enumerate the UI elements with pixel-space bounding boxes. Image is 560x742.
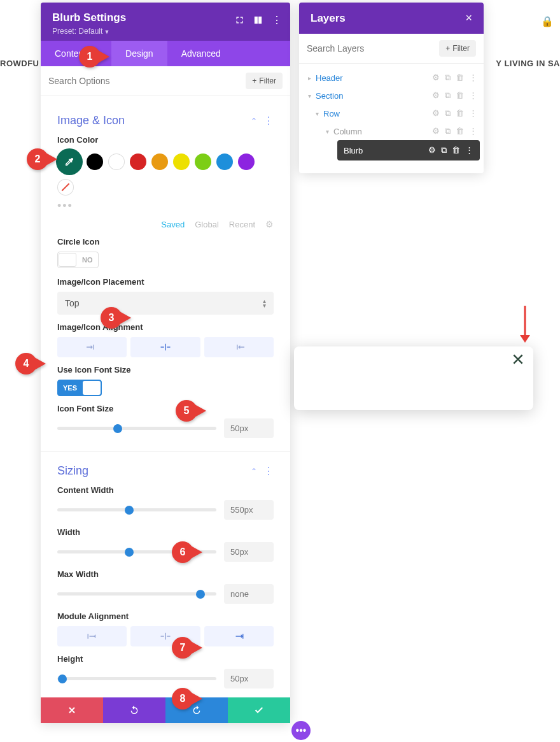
- gear-icon[interactable]: ⚙: [432, 126, 440, 136]
- module-align-left-button[interactable]: [57, 626, 127, 646]
- slider-track[interactable]: [57, 508, 216, 511]
- slider-thumb[interactable]: [125, 548, 134, 557]
- use-font-size-toggle[interactable]: YES: [57, 380, 102, 396]
- swatch-selected[interactable]: [57, 150, 81, 174]
- module-align-right-button[interactable]: [204, 626, 274, 646]
- expand-icon[interactable]: ▾: [305, 92, 313, 99]
- slider-thumb[interactable]: [125, 506, 134, 515]
- icon-font-size-value[interactable]: 50px: [224, 418, 274, 438]
- trash-icon[interactable]: 🗑: [456, 108, 464, 118]
- align-left-button[interactable]: [57, 337, 127, 357]
- slider-track[interactable]: [57, 677, 216, 680]
- swatch-none[interactable]: [57, 179, 74, 196]
- layer-name[interactable]: Section: [316, 91, 432, 101]
- gear-icon[interactable]: ⚙: [432, 108, 440, 118]
- slider-track[interactable]: [57, 427, 216, 430]
- callout-2: 2: [27, 148, 57, 170]
- palette-gear-icon[interactable]: ⚙: [265, 219, 274, 229]
- search-options-input[interactable]: [48, 76, 246, 86]
- more-swatches-icon[interactable]: •••: [57, 199, 274, 213]
- color-swatches: [57, 150, 274, 196]
- expand-icon[interactable]: [235, 15, 244, 25]
- expand-icon[interactable]: ▾: [323, 128, 331, 135]
- fab-button[interactable]: •••: [291, 721, 311, 740]
- trash-icon[interactable]: 🗑: [456, 126, 464, 136]
- swatch-red[interactable]: [130, 153, 146, 170]
- width-value[interactable]: 50px: [224, 542, 274, 562]
- slider-thumb[interactable]: [113, 424, 122, 433]
- more-icon[interactable]: ⋮: [469, 108, 477, 118]
- swatch-black[interactable]: [87, 153, 103, 170]
- gear-icon[interactable]: ⚙: [432, 73, 440, 83]
- circle-icon-toggle[interactable]: NO: [57, 252, 99, 268]
- circle-icon-label: Circle Icon: [57, 237, 274, 246]
- slider-thumb[interactable]: [58, 674, 67, 683]
- filter-button[interactable]: +Filter: [246, 73, 283, 89]
- align-right-button[interactable]: [204, 337, 274, 357]
- swatch-yellow[interactable]: [173, 153, 190, 170]
- duplicate-icon[interactable]: ⧉: [445, 126, 451, 136]
- layer-row-blurb[interactable]: Blurb ⚙⧉🗑⋮: [337, 140, 480, 161]
- tab-advanced[interactable]: Advanced: [167, 41, 235, 66]
- undo-icon: [129, 705, 139, 715]
- trash-icon[interactable]: 🗑: [456, 90, 464, 101]
- section-more-icon[interactable]: ⋮: [263, 466, 274, 476]
- palette-tab-recent[interactable]: Recent: [229, 220, 255, 229]
- palette-tab-saved[interactable]: Saved: [161, 220, 185, 229]
- swatch-blue[interactable]: [216, 153, 233, 170]
- layers-close-button[interactable]: ×: [465, 11, 472, 25]
- layer-name[interactable]: Row: [323, 109, 432, 118]
- section-more-icon[interactable]: ⋮: [263, 116, 274, 126]
- gear-icon[interactable]: ⚙: [432, 90, 440, 101]
- lock-icon: 🔒: [541, 15, 554, 27]
- align-center-button[interactable]: [130, 337, 200, 357]
- tab-design[interactable]: Design: [111, 41, 167, 66]
- max-width-value[interactable]: none: [224, 584, 274, 604]
- duplicate-icon[interactable]: ⧉: [445, 73, 451, 83]
- palette-tab-global[interactable]: Global: [195, 220, 219, 229]
- module-alignment-label: Module Alignment: [57, 611, 274, 621]
- layers-search-input[interactable]: [307, 43, 439, 54]
- more-icon[interactable]: ⋮: [272, 15, 281, 25]
- slider-track[interactable]: [57, 592, 216, 596]
- content-width-value[interactable]: 550px: [224, 500, 274, 520]
- height-value[interactable]: 50px: [224, 669, 274, 688]
- gear-icon[interactable]: ⚙: [428, 145, 436, 155]
- expand-icon[interactable]: ▸: [305, 75, 313, 82]
- layer-name[interactable]: Header: [316, 73, 432, 83]
- cancel-button[interactable]: [41, 697, 103, 723]
- swatch-white[interactable]: [108, 153, 125, 170]
- duplicate-icon[interactable]: ⧉: [441, 145, 447, 155]
- duplicate-icon[interactable]: ⧉: [445, 108, 451, 118]
- collapse-icon[interactable]: ⌃: [251, 117, 257, 125]
- preset-selector[interactable]: Preset: Default▼: [52, 27, 279, 36]
- slider-thumb[interactable]: [196, 590, 205, 599]
- preview-close-button[interactable]: [512, 353, 524, 368]
- layer-row-row[interactable]: ▾ Row ⚙⧉🗑⋮: [311, 104, 480, 122]
- confirm-button[interactable]: [228, 697, 290, 723]
- trash-icon[interactable]: 🗑: [452, 145, 460, 155]
- layer-row-column[interactable]: ▾ Column ⚙⧉🗑⋮: [321, 122, 480, 140]
- section-sizing-title[interactable]: Sizing: [57, 464, 88, 478]
- swatch-orange[interactable]: [151, 153, 168, 170]
- section-image-icon-title[interactable]: Image & Icon: [57, 114, 125, 127]
- more-icon[interactable]: ⋮: [469, 73, 477, 83]
- more-icon[interactable]: ⋮: [465, 145, 473, 155]
- collapse-icon[interactable]: ⌃: [251, 467, 257, 476]
- layers-filter-button[interactable]: +Filter: [439, 40, 476, 57]
- expand-icon[interactable]: ▾: [313, 110, 321, 117]
- swatch-green[interactable]: [195, 153, 211, 170]
- layer-name[interactable]: Blurb: [344, 146, 428, 155]
- more-icon[interactable]: ⋮: [469, 126, 477, 136]
- layer-row-section[interactable]: ▾ Section ⚙⧉🗑⋮: [303, 87, 480, 104]
- columns-icon[interactable]: [253, 15, 263, 25]
- placement-select[interactable]: Top ▴▾: [57, 292, 274, 315]
- swatch-purple[interactable]: [238, 153, 255, 170]
- layer-name[interactable]: Column: [333, 127, 432, 136]
- layer-row-header[interactable]: ▸ Header ⚙⧉🗑⋮: [303, 69, 480, 87]
- more-icon[interactable]: ⋮: [469, 90, 477, 101]
- trash-icon[interactable]: 🗑: [456, 73, 464, 83]
- duplicate-icon[interactable]: ⧉: [445, 90, 451, 101]
- undo-button[interactable]: [103, 697, 165, 723]
- placement-value: Top: [65, 298, 80, 308]
